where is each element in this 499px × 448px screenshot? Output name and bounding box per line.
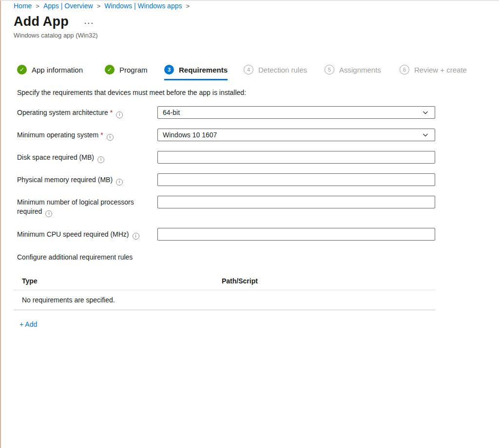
tab-program[interactable]: ✓ Program xyxy=(105,64,148,75)
breadcrumb-separator-icon: > xyxy=(186,2,190,10)
table-header-row: Type Path/Script xyxy=(14,277,435,290)
step-label: Requirements xyxy=(179,66,228,74)
field-label-text: Minimum operating system xyxy=(17,131,98,139)
form-row-os-architecture: Operating system architecture*i 64-bit xyxy=(17,106,489,119)
tab-detection-rules[interactable]: 4 Detection rules xyxy=(244,64,307,75)
field-label-text: Minimum CPU speed required (MHz) xyxy=(17,230,129,238)
breadcrumb-apps-overview[interactable]: Apps | Overview xyxy=(43,2,93,10)
required-marker: * xyxy=(110,109,113,116)
field-label: Operating system architecture*i xyxy=(17,106,157,118)
chevron-down-icon xyxy=(422,109,429,116)
page-subtitle: Windows catalog app (Win32) xyxy=(14,32,489,39)
step-complete-check-icon: ✓ xyxy=(105,65,115,75)
required-marker: * xyxy=(100,131,103,139)
more-options-icon[interactable]: ··· xyxy=(84,19,95,27)
info-icon[interactable]: i xyxy=(45,210,52,217)
page-header: Add App ··· xyxy=(14,14,489,29)
step-label: Assignments xyxy=(339,66,381,74)
tab-review-create[interactable]: 6 Review + create xyxy=(400,64,467,75)
additional-rules-heading: Configure additional requirement rules xyxy=(17,253,489,261)
step-label: Review + create xyxy=(414,66,467,74)
cpu-speed-input[interactable] xyxy=(157,228,435,241)
field-label: Minimum number of logical processors req… xyxy=(17,196,157,217)
field-label-text: Disk space required (MB) xyxy=(17,153,94,161)
step-number-badge: 6 xyxy=(400,65,409,75)
info-icon[interactable]: i xyxy=(116,179,123,186)
tab-requirements[interactable]: 3 Requirements xyxy=(164,64,228,75)
requirements-intro-text: Specify the requirements that devices mu… xyxy=(17,89,489,96)
field-label-text: Operating system architecture xyxy=(17,109,108,116)
form-row-min-os: Minimum operating system*i Windows 10 16… xyxy=(17,129,489,141)
selected-value: Windows 10 1607 xyxy=(163,131,217,139)
tab-app-information[interactable]: ✓ App information xyxy=(17,64,83,75)
field-label: Disk space required (MB)i xyxy=(17,151,157,163)
add-app-page: Home > Apps | Overview > Windows | Windo… xyxy=(0,0,499,448)
step-complete-check-icon: ✓ xyxy=(17,65,27,75)
breadcrumb-separator-icon: > xyxy=(97,2,101,10)
info-icon[interactable]: i xyxy=(133,233,139,240)
field-label-text: Physical memory required (MB) xyxy=(17,176,113,184)
info-icon[interactable]: i xyxy=(97,156,104,163)
form-row-physical-memory: Physical memory required (MB)i xyxy=(17,173,489,186)
wizard-steps: ✓ App information ✓ Program 3 Requiremen… xyxy=(14,64,489,81)
field-label: Physical memory required (MB)i xyxy=(17,173,157,186)
requirements-form: Operating system architecture*i 64-bit M… xyxy=(17,106,489,241)
selected-value: 64-bit xyxy=(163,109,180,116)
field-label-text: Minimum number of logical processors req… xyxy=(17,198,134,215)
field-label: Minimum CPU speed required (MHz)i xyxy=(17,228,157,240)
chevron-down-icon xyxy=(422,131,429,138)
breadcrumb-home[interactable]: Home xyxy=(14,2,32,10)
step-label: Program xyxy=(119,66,148,74)
info-icon[interactable]: i xyxy=(107,134,114,141)
column-header-type: Type xyxy=(14,277,222,285)
step-number-badge: 4 xyxy=(244,65,253,75)
field-label: Minimum operating system*i xyxy=(17,129,157,141)
breadcrumb-windows-apps[interactable]: Windows | Windows apps xyxy=(104,2,182,10)
tab-assignments[interactable]: 5 Assignments xyxy=(325,64,381,75)
requirement-rules-table: Type Path/Script No requirements are spe… xyxy=(14,277,435,310)
os-architecture-select[interactable]: 64-bit xyxy=(157,106,435,119)
column-header-path-script: Path/Script xyxy=(222,277,258,285)
form-row-cpu-speed: Minimum CPU speed required (MHz)i xyxy=(17,228,489,241)
form-row-logical-processors: Minimum number of logical processors req… xyxy=(17,196,489,217)
step-number-badge: 5 xyxy=(325,65,334,75)
table-empty-message: No requirements are specified. xyxy=(14,290,435,310)
minimum-os-select[interactable]: Windows 10 1607 xyxy=(157,129,435,141)
info-icon[interactable]: i xyxy=(116,112,123,118)
disk-space-input[interactable] xyxy=(157,151,435,164)
form-row-disk-space: Disk space required (MB)i xyxy=(17,151,489,164)
breadcrumb: Home > Apps | Overview > Windows | Windo… xyxy=(14,2,489,10)
breadcrumb-separator-icon: > xyxy=(36,2,39,10)
add-requirement-link[interactable]: + Add xyxy=(19,320,37,328)
logical-processors-input[interactable] xyxy=(157,196,435,208)
step-label: App information xyxy=(32,66,83,74)
page-title: Add App xyxy=(14,14,69,29)
physical-memory-input[interactable] xyxy=(157,173,435,186)
step-label: Detection rules xyxy=(258,66,307,74)
step-number-badge: 3 xyxy=(164,65,174,75)
